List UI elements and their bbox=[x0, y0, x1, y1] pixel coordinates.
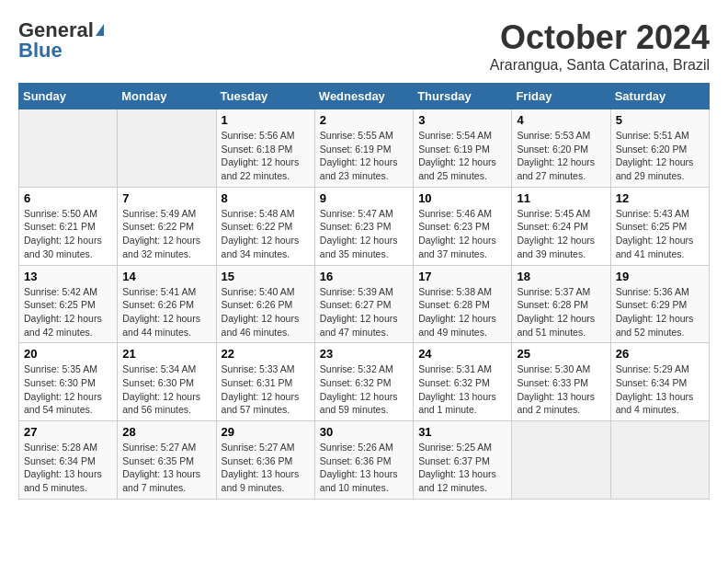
day-number: 9 bbox=[320, 191, 408, 205]
calendar-cell: 6Sunrise: 5:50 AMSunset: 6:21 PMDaylight… bbox=[19, 187, 118, 265]
day-number: 20 bbox=[24, 347, 112, 361]
day-info: Sunrise: 5:30 AMSunset: 6:33 PMDaylight:… bbox=[517, 362, 605, 417]
day-info: Sunrise: 5:33 AMSunset: 6:31 PMDaylight:… bbox=[222, 362, 310, 417]
calendar-cell: 26Sunrise: 5:29 AMSunset: 6:34 PMDayligh… bbox=[610, 343, 709, 421]
weekday-header: Monday bbox=[118, 84, 216, 109]
weekday-header: Wednesday bbox=[314, 84, 413, 109]
day-info: Sunrise: 5:39 AMSunset: 6:27 PMDaylight:… bbox=[320, 285, 408, 339]
day-number: 2 bbox=[320, 113, 408, 127]
day-number: 29 bbox=[222, 425, 310, 439]
day-number: 1 bbox=[222, 113, 310, 127]
day-number: 30 bbox=[320, 425, 408, 439]
calendar-week-row: 6Sunrise: 5:50 AMSunset: 6:21 PMDaylight… bbox=[19, 187, 710, 265]
calendar-cell: 3Sunrise: 5:54 AMSunset: 6:19 PMDaylight… bbox=[414, 109, 512, 188]
day-info: Sunrise: 5:40 AMSunset: 6:26 PMDaylight:… bbox=[222, 285, 310, 339]
day-info: Sunrise: 5:48 AMSunset: 6:22 PMDaylight:… bbox=[222, 207, 310, 261]
logo-blue-text: Blue bbox=[18, 39, 63, 63]
calendar-cell: 11Sunrise: 5:45 AMSunset: 6:24 PMDayligh… bbox=[512, 187, 610, 265]
day-info: Sunrise: 5:41 AMSunset: 6:26 PMDaylight:… bbox=[122, 285, 210, 339]
calendar-cell bbox=[512, 421, 610, 500]
calendar-cell: 27Sunrise: 5:28 AMSunset: 6:34 PMDayligh… bbox=[19, 421, 118, 500]
day-info: Sunrise: 5:38 AMSunset: 6:28 PMDaylight:… bbox=[418, 285, 506, 339]
day-number: 23 bbox=[320, 347, 408, 361]
calendar-cell: 28Sunrise: 5:27 AMSunset: 6:35 PMDayligh… bbox=[118, 421, 216, 500]
calendar-cell: 5Sunrise: 5:51 AMSunset: 6:20 PMDaylight… bbox=[610, 109, 709, 188]
day-number: 28 bbox=[122, 425, 210, 439]
day-number: 18 bbox=[517, 270, 605, 283]
logo-triangle-icon bbox=[96, 24, 104, 36]
page-header: General Blue October 2024 Ararangua, San… bbox=[18, 18, 710, 74]
weekday-header: Saturday bbox=[610, 84, 709, 109]
day-info: Sunrise: 5:37 AMSunset: 6:28 PMDaylight:… bbox=[517, 285, 605, 339]
calendar-cell: 8Sunrise: 5:48 AMSunset: 6:22 PMDaylight… bbox=[216, 187, 314, 265]
weekday-header: Sunday bbox=[19, 84, 118, 109]
calendar-cell: 17Sunrise: 5:38 AMSunset: 6:28 PMDayligh… bbox=[414, 265, 512, 343]
calendar-cell bbox=[610, 421, 709, 500]
day-info: Sunrise: 5:27 AMSunset: 6:35 PMDaylight:… bbox=[122, 441, 210, 495]
day-info: Sunrise: 5:34 AMSunset: 6:30 PMDaylight:… bbox=[122, 362, 210, 417]
day-info: Sunrise: 5:46 AMSunset: 6:23 PMDaylight:… bbox=[418, 207, 506, 261]
day-info: Sunrise: 5:43 AMSunset: 6:25 PMDaylight:… bbox=[616, 207, 704, 261]
location-text: Ararangua, Santa Catarina, Brazil bbox=[490, 57, 710, 74]
day-info: Sunrise: 5:47 AMSunset: 6:23 PMDaylight:… bbox=[320, 207, 408, 261]
day-number: 5 bbox=[616, 113, 704, 127]
day-info: Sunrise: 5:36 AMSunset: 6:29 PMDaylight:… bbox=[616, 285, 704, 339]
day-info: Sunrise: 5:53 AMSunset: 6:20 PMDaylight:… bbox=[517, 129, 605, 183]
day-number: 22 bbox=[222, 347, 310, 361]
day-number: 26 bbox=[616, 347, 704, 361]
calendar-cell: 31Sunrise: 5:25 AMSunset: 6:37 PMDayligh… bbox=[414, 421, 512, 500]
day-info: Sunrise: 5:54 AMSunset: 6:19 PMDaylight:… bbox=[418, 129, 506, 183]
day-number: 25 bbox=[517, 347, 605, 361]
calendar-cell: 18Sunrise: 5:37 AMSunset: 6:28 PMDayligh… bbox=[512, 265, 610, 343]
calendar-cell: 7Sunrise: 5:49 AMSunset: 6:22 PMDaylight… bbox=[118, 187, 216, 265]
day-number: 17 bbox=[418, 270, 506, 283]
calendar-table: SundayMondayTuesdayWednesdayThursdayFrid… bbox=[18, 83, 710, 500]
day-info: Sunrise: 5:56 AMSunset: 6:18 PMDaylight:… bbox=[222, 129, 310, 183]
day-info: Sunrise: 5:27 AMSunset: 6:36 PMDaylight:… bbox=[222, 441, 310, 495]
day-info: Sunrise: 5:28 AMSunset: 6:34 PMDaylight:… bbox=[24, 441, 112, 495]
day-number: 3 bbox=[418, 113, 506, 127]
calendar-cell: 19Sunrise: 5:36 AMSunset: 6:29 PMDayligh… bbox=[610, 265, 709, 343]
calendar-week-row: 13Sunrise: 5:42 AMSunset: 6:25 PMDayligh… bbox=[19, 265, 710, 343]
day-info: Sunrise: 5:55 AMSunset: 6:19 PMDaylight:… bbox=[320, 129, 408, 183]
calendar-cell: 25Sunrise: 5:30 AMSunset: 6:33 PMDayligh… bbox=[512, 343, 610, 421]
calendar-cell: 12Sunrise: 5:43 AMSunset: 6:25 PMDayligh… bbox=[610, 187, 709, 265]
day-number: 12 bbox=[616, 191, 704, 205]
calendar-cell: 2Sunrise: 5:55 AMSunset: 6:19 PMDaylight… bbox=[314, 109, 413, 188]
calendar-cell: 4Sunrise: 5:53 AMSunset: 6:20 PMDaylight… bbox=[512, 109, 610, 188]
weekday-header: Thursday bbox=[414, 84, 512, 109]
day-number: 8 bbox=[222, 191, 310, 205]
day-info: Sunrise: 5:49 AMSunset: 6:22 PMDaylight:… bbox=[122, 207, 210, 261]
day-number: 21 bbox=[122, 347, 210, 361]
calendar-cell: 9Sunrise: 5:47 AMSunset: 6:23 PMDaylight… bbox=[314, 187, 413, 265]
day-number: 13 bbox=[24, 270, 112, 283]
day-info: Sunrise: 5:35 AMSunset: 6:30 PMDaylight:… bbox=[24, 362, 112, 417]
day-info: Sunrise: 5:29 AMSunset: 6:34 PMDaylight:… bbox=[616, 362, 704, 417]
calendar-cell: 20Sunrise: 5:35 AMSunset: 6:30 PMDayligh… bbox=[19, 343, 118, 421]
day-info: Sunrise: 5:45 AMSunset: 6:24 PMDaylight:… bbox=[517, 207, 605, 261]
calendar-cell: 14Sunrise: 5:41 AMSunset: 6:26 PMDayligh… bbox=[118, 265, 216, 343]
day-number: 31 bbox=[418, 425, 506, 439]
day-number: 19 bbox=[616, 270, 704, 283]
calendar-cell: 29Sunrise: 5:27 AMSunset: 6:36 PMDayligh… bbox=[216, 421, 314, 500]
calendar-week-row: 27Sunrise: 5:28 AMSunset: 6:34 PMDayligh… bbox=[19, 421, 710, 500]
day-number: 10 bbox=[418, 191, 506, 205]
calendar-cell: 13Sunrise: 5:42 AMSunset: 6:25 PMDayligh… bbox=[19, 265, 118, 343]
day-number: 15 bbox=[222, 270, 310, 283]
calendar-cell: 15Sunrise: 5:40 AMSunset: 6:26 PMDayligh… bbox=[216, 265, 314, 343]
day-number: 27 bbox=[24, 425, 112, 439]
day-info: Sunrise: 5:25 AMSunset: 6:37 PMDaylight:… bbox=[418, 441, 506, 495]
day-number: 14 bbox=[122, 270, 210, 283]
day-info: Sunrise: 5:51 AMSunset: 6:20 PMDaylight:… bbox=[616, 129, 704, 183]
calendar-cell bbox=[19, 109, 118, 188]
calendar-cell: 21Sunrise: 5:34 AMSunset: 6:30 PMDayligh… bbox=[118, 343, 216, 421]
calendar-cell bbox=[118, 109, 216, 188]
day-number: 6 bbox=[24, 191, 112, 205]
day-info: Sunrise: 5:26 AMSunset: 6:36 PMDaylight:… bbox=[320, 441, 408, 495]
weekday-header: Friday bbox=[512, 84, 610, 109]
calendar-cell: 10Sunrise: 5:46 AMSunset: 6:23 PMDayligh… bbox=[414, 187, 512, 265]
day-info: Sunrise: 5:42 AMSunset: 6:25 PMDaylight:… bbox=[24, 285, 112, 339]
calendar-cell: 16Sunrise: 5:39 AMSunset: 6:27 PMDayligh… bbox=[314, 265, 413, 343]
calendar-cell: 23Sunrise: 5:32 AMSunset: 6:32 PMDayligh… bbox=[314, 343, 413, 421]
calendar-cell: 24Sunrise: 5:31 AMSunset: 6:32 PMDayligh… bbox=[414, 343, 512, 421]
